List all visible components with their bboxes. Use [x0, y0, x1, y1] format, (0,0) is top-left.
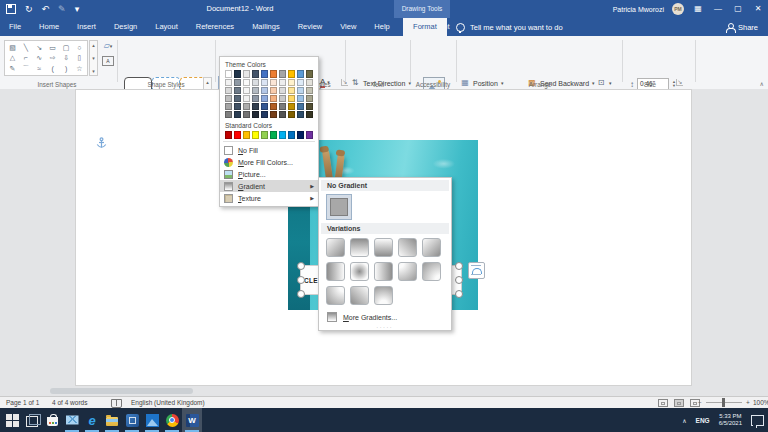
shape-rectangle[interactable]: ▭	[47, 43, 58, 52]
theme-color-variant[interactable]	[243, 87, 250, 94]
page-number-status[interactable]: Page 1 of 1	[6, 397, 39, 408]
tab-help[interactable]: Help	[365, 18, 398, 36]
theme-color-variant[interactable]	[279, 79, 286, 86]
zoom-slider-thumb[interactable]	[722, 398, 725, 407]
shape-brace-right[interactable]: )	[61, 64, 72, 73]
theme-color-variant[interactable]	[288, 79, 295, 86]
tab-layout[interactable]: Layout	[146, 18, 187, 36]
taskbar-edge[interactable]: e	[82, 408, 102, 432]
customize-quick-access-icon[interactable]: ▾	[75, 0, 80, 18]
shape-freeform[interactable]: ✎	[7, 64, 18, 73]
theme-color-variant[interactable]	[306, 79, 313, 86]
theme-color-variant[interactable]	[252, 111, 259, 118]
standard-color-swatch-9[interactable]	[306, 131, 313, 139]
menu-item-gradient[interactable]: Gradient▶	[220, 180, 318, 192]
share-button[interactable]: Share	[726, 18, 758, 36]
shape-elbow-connector[interactable]: ⌐	[20, 53, 31, 62]
draw-icon[interactable]: ✎	[58, 0, 66, 18]
theme-color-swatch-8[interactable]	[297, 70, 304, 78]
taskbar-task-view[interactable]	[22, 408, 42, 432]
tell-me-box[interactable]: Tell me what you want to do	[456, 18, 563, 36]
gradient-variation-radial-bottom-right[interactable]	[422, 262, 441, 281]
theme-color-variant[interactable]	[234, 87, 241, 94]
theme-color-variant[interactable]	[261, 87, 268, 94]
gradient-variation-linear-right[interactable]	[326, 262, 345, 281]
menu-item-texture[interactable]: Texture▶	[220, 192, 318, 204]
theme-color-variant[interactable]	[234, 103, 241, 110]
tab-design[interactable]: Design	[105, 18, 146, 36]
theme-color-variant[interactable]	[288, 87, 295, 94]
print-layout-view-icon[interactable]	[674, 399, 684, 407]
theme-color-swatch-9[interactable]	[306, 70, 313, 78]
theme-color-variant[interactable]	[306, 103, 313, 110]
taskbar-mail[interactable]	[62, 408, 82, 432]
ribbon-display-options-icon[interactable]: ▦	[692, 0, 704, 18]
theme-color-swatch-1[interactable]	[234, 70, 241, 78]
selection-handle[interactable]	[297, 262, 305, 270]
avatar[interactable]: PM	[672, 3, 684, 15]
shape-recent-shapes[interactable]: ▧	[7, 43, 18, 52]
proofing-status-icon[interactable]	[111, 399, 122, 408]
tab-mailings[interactable]: Mailings	[243, 18, 289, 36]
taskbar-start[interactable]	[2, 408, 22, 432]
gradient-variation-linear-left[interactable]	[374, 262, 393, 281]
gradient-variation-linear-diagonal-top-right[interactable]	[398, 238, 417, 257]
theme-color-swatch-5[interactable]	[270, 70, 277, 78]
selection-handle[interactable]	[455, 262, 463, 270]
theme-color-variant[interactable]	[279, 103, 286, 110]
theme-color-variant[interactable]	[261, 111, 268, 118]
menu-resize-grip[interactable]: .....	[321, 324, 449, 328]
theme-color-variant[interactable]	[252, 79, 259, 86]
theme-color-variant[interactable]	[261, 95, 268, 102]
taskbar-photos[interactable]	[142, 408, 162, 432]
standard-color-swatch-1[interactable]	[234, 131, 241, 139]
theme-color-variant[interactable]	[306, 87, 313, 94]
shape-arc[interactable]: ⌒	[20, 64, 31, 73]
shape-callout[interactable]: ▯	[74, 53, 85, 62]
language-status[interactable]: English (United Kingdom)	[131, 397, 205, 408]
theme-color-variant[interactable]	[261, 103, 268, 110]
theme-color-variant[interactable]	[270, 87, 277, 94]
theme-color-variant[interactable]	[288, 95, 295, 102]
theme-color-variant[interactable]	[243, 79, 250, 86]
tab-view[interactable]: View	[331, 18, 365, 36]
theme-color-variant[interactable]	[279, 111, 286, 118]
redo-icon[interactable]: ↻	[25, 0, 33, 18]
theme-color-variant[interactable]	[297, 111, 304, 118]
gradient-variation-radial-top-right[interactable]	[326, 286, 345, 305]
theme-color-variant[interactable]	[270, 103, 277, 110]
tray-clock[interactable]: 5:33 PM 6/5/2021	[719, 413, 742, 427]
theme-color-variant[interactable]	[270, 79, 277, 86]
minimize-icon[interactable]: —	[712, 0, 724, 18]
standard-color-swatch-4[interactable]	[261, 131, 268, 139]
theme-color-variant[interactable]	[306, 111, 313, 118]
menu-item-no-fill[interactable]: No Fill	[220, 144, 318, 156]
theme-color-variant[interactable]	[225, 111, 232, 118]
shape-line[interactable]: ╲	[20, 43, 31, 52]
theme-color-variant[interactable]	[234, 95, 241, 102]
selection-handle[interactable]	[297, 290, 305, 298]
tab-home[interactable]: Home	[30, 18, 68, 36]
theme-color-variant[interactable]	[270, 95, 277, 102]
theme-color-variant[interactable]	[297, 103, 304, 110]
tab-references[interactable]: References	[187, 18, 243, 36]
gradient-variation-linear-diagonal-bottom-left[interactable]	[350, 286, 369, 305]
theme-color-variant[interactable]	[234, 79, 241, 86]
taskbar-file-explorer[interactable]	[102, 408, 122, 432]
theme-color-variant[interactable]	[243, 111, 250, 118]
tab-format-active[interactable]: Format	[403, 18, 447, 36]
theme-color-variant[interactable]	[234, 111, 241, 118]
tab-insert[interactable]: Insert	[68, 18, 105, 36]
action-center-icon[interactable]	[751, 415, 764, 426]
size-dialog-launcher-icon[interactable]: ↘	[676, 79, 683, 86]
theme-color-swatch-0[interactable]	[225, 70, 232, 78]
horizontal-scrollbar-thumb[interactable]	[50, 388, 193, 394]
taskbar-store[interactable]	[42, 408, 62, 432]
theme-color-variant[interactable]	[252, 87, 259, 94]
selection-handle[interactable]	[455, 290, 463, 298]
taskbar-word[interactable]: W	[182, 408, 202, 432]
shape-star[interactable]: ☆	[74, 64, 85, 73]
standard-color-swatch-8[interactable]	[297, 131, 304, 139]
theme-color-variant[interactable]	[279, 87, 286, 94]
theme-color-swatch-4[interactable]	[261, 70, 268, 78]
